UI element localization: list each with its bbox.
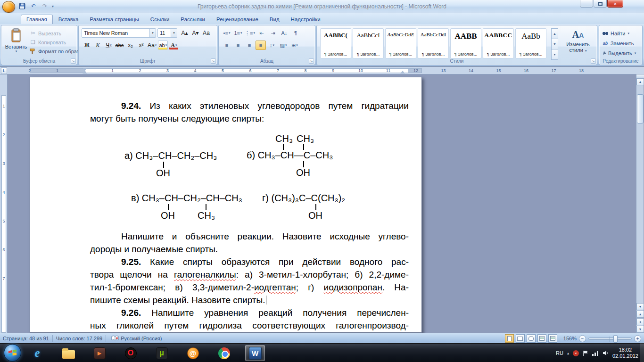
align-center-button[interactable]: ≡	[233, 41, 243, 50]
font-family-combo[interactable]: Times New Roman ▾	[82, 28, 156, 38]
increase-indent-button[interactable]: ⇥	[268, 28, 278, 38]
font-size-combo[interactable]: 11 ▾	[157, 28, 177, 38]
style-item[interactable]: AaBb¶ Заголов...	[515, 28, 546, 58]
shading-button[interactable]: ▨▾	[278, 41, 289, 50]
zoom-slider-thumb[interactable]	[613, 335, 618, 343]
taskbar-icon-ie[interactable]: e	[27, 345, 47, 361]
clipboard-dialog-launcher[interactable]: ↘	[71, 58, 76, 64]
select-button[interactable]: Выделить ▾	[602, 49, 636, 58]
bold-button[interactable]: Ж	[82, 41, 92, 50]
minimize-button[interactable]: –	[580, 0, 593, 8]
taskbar-icon-word[interactable]: W	[245, 345, 265, 361]
borders-button[interactable]: ⊞▾	[289, 41, 300, 50]
taskbar-icon-media-player[interactable]: ▶	[90, 345, 109, 361]
bullets-button[interactable]: •≡▾	[222, 28, 232, 38]
language-status[interactable]: Русский (Россия)	[121, 336, 162, 341]
tab-Надстройки[interactable]: Надстройки	[285, 15, 326, 24]
show-marks-button[interactable]: ¶	[290, 28, 301, 38]
paste-button[interactable]: Вставить ▾	[4, 27, 28, 58]
maximize-button[interactable]	[594, 0, 607, 8]
paragraph-dialog-launcher[interactable]: ↘	[309, 58, 314, 64]
find-button[interactable]: Найти ▾	[602, 29, 629, 38]
superscript-button[interactable]: x²	[136, 41, 146, 50]
close-button[interactable]: ×	[607, 0, 623, 8]
shrink-font-button[interactable]: А▾	[190, 28, 200, 38]
taskbar-icon-mail-agent[interactable]: @	[183, 345, 203, 361]
copy-button[interactable]: ❏ Копировать	[30, 38, 66, 46]
strikethrough-button[interactable]: abc	[115, 41, 124, 50]
zoom-in-button[interactable]: +	[634, 335, 641, 342]
cut-button[interactable]: ✂ Вырезать	[30, 29, 61, 37]
hidden-icons-chevron[interactable]: ▴	[567, 351, 569, 355]
sort-button[interactable]: А↓	[279, 28, 289, 38]
tab-Рецензирование[interactable]: Рецензирование	[211, 15, 264, 24]
multilevel-list-button[interactable]: ⋮≡▾	[244, 28, 256, 38]
replace-button[interactable]: ab Заменить	[602, 39, 634, 48]
taskbar-icon-opera[interactable]: O	[121, 345, 140, 361]
select-browse-object-button[interactable]: ●	[636, 318, 644, 325]
spellcheck-status[interactable]	[111, 335, 119, 341]
customize-qat-icon[interactable]: ▾	[52, 4, 54, 8]
change-case-button[interactable]: Аа▾	[147, 41, 157, 50]
taskbar-icon-chrome[interactable]	[214, 345, 234, 361]
clock[interactable]: 18:02 02.01.2012	[612, 347, 638, 359]
save-button[interactable]	[18, 2, 26, 10]
vertical-scrollbar[interactable]: ▲ ▼ ▲ ● ▼	[636, 74, 644, 333]
change-styles-button[interactable]: АA Изменить стили ▾	[561, 28, 595, 60]
previous-page-button[interactable]: ▲	[636, 311, 644, 318]
scroll-down-button[interactable]: ▼	[636, 303, 644, 310]
vertical-ruler[interactable]: 1234567	[0, 74, 8, 333]
style-item[interactable]: AaBbCcDdE¶ Заголов...	[385, 28, 416, 58]
network-icon[interactable]	[592, 350, 599, 356]
undo-button[interactable]: ↶	[29, 2, 38, 10]
tab-Вид[interactable]: Вид	[264, 15, 285, 24]
tab-Рассылки[interactable]: Рассылки	[175, 15, 211, 24]
highlight-button[interactable]: ab▾	[158, 41, 168, 50]
numbering-button[interactable]: 1≡▾	[233, 28, 243, 38]
scroll-up-button[interactable]: ▲	[636, 78, 644, 85]
tab-selector[interactable]: L	[1, 67, 7, 74]
style-item[interactable]: AaBbCcI¶ Заголов...	[353, 28, 384, 58]
language-indicator[interactable]: RU	[556, 350, 563, 356]
next-page-button[interactable]: ▼	[636, 326, 644, 333]
subscript-button[interactable]: x₂	[125, 41, 135, 50]
zoom-slider[interactable]	[588, 337, 632, 340]
show-desktop-button[interactable]	[640, 343, 644, 362]
zoom-out-button[interactable]: −	[579, 335, 586, 342]
grow-font-button[interactable]: А▴	[180, 28, 190, 38]
view-fullscreen-reading-button[interactable]	[516, 334, 525, 343]
notification-icon[interactable]: ×	[573, 350, 579, 356]
page-indicator[interactable]: Страница: 48 из 91	[3, 336, 49, 341]
right-indent-marker[interactable]	[400, 71, 405, 74]
italic-button[interactable]: К	[93, 41, 103, 50]
zoom-level[interactable]: 156%	[563, 336, 577, 341]
justify-button[interactable]: ≡	[256, 41, 266, 50]
start-button[interactable]	[4, 344, 21, 362]
format-painter-button[interactable]: Формат по образцу	[30, 47, 85, 55]
style-item[interactable]: AaBbCcDdl¶ Заголов...	[418, 28, 449, 58]
combo-arrow-icon[interactable]: ▾	[171, 29, 177, 37]
tab-Ссылки[interactable]: Ссылки	[145, 15, 175, 24]
redo-button[interactable]: ↷	[41, 2, 49, 10]
taskbar-icon-explorer[interactable]	[58, 345, 78, 361]
split-window-handle[interactable]	[636, 74, 644, 78]
style-item[interactable]: AABBC(¶ Заголов...	[320, 28, 351, 58]
volume-icon[interactable]	[603, 350, 609, 356]
hanging-indent-marker[interactable]	[83, 71, 87, 74]
align-right-button[interactable]: ≡	[244, 41, 255, 50]
styles-dialog-launcher[interactable]: ↘	[591, 58, 596, 64]
decrease-indent-button[interactable]: ⇤	[256, 28, 267, 38]
document-page[interactable]: 9.24. Из каких этиленовых углеводородов …	[30, 77, 422, 333]
font-color-button[interactable]: А▾	[169, 41, 179, 50]
word-count[interactable]: Число слов: 17 299	[56, 336, 102, 341]
view-draft-button[interactable]	[548, 334, 557, 343]
view-outline-button[interactable]	[537, 334, 546, 343]
horizontal-ruler[interactable]: 12123456789101112131415161718 L	[0, 67, 644, 74]
font-dialog-launcher[interactable]: ↘	[211, 58, 216, 64]
line-spacing-button[interactable]: ↕▾	[267, 41, 277, 50]
tab-Вставка[interactable]: Вставка	[53, 15, 84, 24]
tab-Разметка страницы[interactable]: Разметка страницы	[84, 15, 145, 24]
view-web-layout-button[interactable]	[527, 334, 536, 343]
office-button[interactable]	[2, 1, 15, 13]
gallery-scroll-up-button[interactable]: ▲	[551, 28, 558, 39]
